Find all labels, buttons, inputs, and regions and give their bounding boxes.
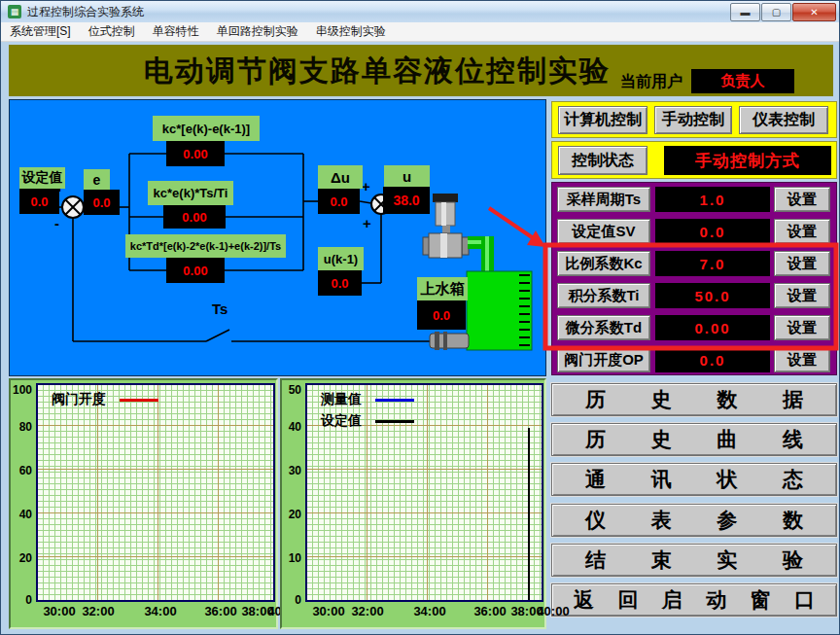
u-k1-label: u(k-1) xyxy=(318,247,364,270)
close-icon[interactable]: ✕ xyxy=(792,3,836,21)
plus-sign: + xyxy=(363,215,371,231)
param-label-kc: 比例系数Kc xyxy=(557,251,650,276)
menu-onoff-control[interactable]: 位式控制 xyxy=(80,21,144,42)
history-curve-button[interactable]: 历史曲线 xyxy=(551,423,837,456)
x-axis-left-chart: 30:00 32:00 34:00 36:00 38:00 40:00 xyxy=(36,604,275,623)
menu-cascade[interactable]: 串级控制实验 xyxy=(307,21,395,42)
instrument-control-button[interactable]: 仪表控制 xyxy=(739,106,828,134)
set-button-td[interactable]: 设置 xyxy=(774,315,830,340)
level-trend-chart: 测量值 设定值 50 40 30 20 10 0 30:00 32:00 34:… xyxy=(280,378,546,629)
history-data-button[interactable]: 历史数据 xyxy=(551,383,837,416)
param-value-kc: 7.0 xyxy=(655,251,770,276)
control-block-diagram: + - + + 设定值 0.0 e 0.0 kc*[e(k)-e(k-1)] 0… xyxy=(9,99,546,376)
header-banner: 电动调节阀支路单容液位控制实验 当前用户 负责人 xyxy=(9,45,833,96)
tank-scale-icon xyxy=(519,274,530,347)
return-start-window-button[interactable]: 返回启动窗口 xyxy=(551,583,837,617)
legend-line-red xyxy=(120,399,158,402)
upper-tank-value: 0.0 xyxy=(417,300,466,330)
y-axis-left-chart: 100 80 60 40 20 0 xyxy=(11,383,34,602)
app-window: ▦ 过程控制综合实验系统 ▬ ▢ ✕ 系统管理[S] 位式控制 单容特性 单回路… xyxy=(0,0,840,635)
control-mode-panel: 计算机控制 手动控制 仪表控制 xyxy=(551,101,837,138)
menubar: 系统管理[S] 位式控制 单容特性 单回路控制实验 串级控制实验 xyxy=(1,22,840,42)
legend-set-value: 设定值 xyxy=(321,412,362,430)
control-status-panel: 控制状态 手动控制方式 xyxy=(551,141,837,179)
control-status-button[interactable]: 控制状态 xyxy=(558,146,648,175)
current-user-value: 负责人 xyxy=(691,69,794,93)
set-button-ti[interactable]: 设置 xyxy=(774,283,830,308)
legend-line-black xyxy=(375,420,414,423)
param-label-ti: 积分系数Ti xyxy=(557,283,650,308)
parameter-panel: 采样周期Ts 1.0 设置 设定值SV 0.0 设置 比例系数Kc 7.0 设置… xyxy=(551,182,837,375)
instrument-params-button[interactable]: 仪表参数 xyxy=(551,504,837,537)
control-status-value: 手动控制方式 xyxy=(664,146,831,175)
setpoint-value: 0.0 xyxy=(19,189,59,214)
set-button-kc[interactable]: 设置 xyxy=(774,251,830,276)
u-value: 38.0 xyxy=(383,187,430,214)
u-label: u xyxy=(384,165,430,187)
legend-valve-opening: 阀门开度 xyxy=(52,391,106,408)
sample-switch-label: Ts xyxy=(212,300,228,317)
param-value-ti: 50.0 xyxy=(655,283,770,308)
pid-block-label: kc*Td*[e(k)-2*e(k-1)+e(k-2)]/Ts xyxy=(125,234,286,258)
nav-panel: 历史数据 历史曲线 通讯状态 仪表参数 结束实验 返回启动窗口 xyxy=(551,383,837,617)
plus-sign: + xyxy=(362,178,370,194)
summing-junction-1 xyxy=(62,196,84,218)
valve-icon xyxy=(423,194,469,258)
valve-opening-chart: 阀门开度 100 80 60 40 20 0 30:00 32:00 34:00… xyxy=(9,378,278,629)
current-user-label: 当前用户 xyxy=(620,72,682,92)
legend-measured-value: 测量值 xyxy=(321,391,362,408)
delta-u-value: 0.0 xyxy=(318,189,360,214)
param-label-td: 微分系数Td xyxy=(557,315,650,340)
minus-sign: - xyxy=(54,215,59,231)
pid-block-value: 0.00 xyxy=(166,141,225,166)
setpoint-trace xyxy=(528,428,530,600)
set-button-ts[interactable]: 设置 xyxy=(774,187,830,212)
valve-opening-plot: 阀门开度 xyxy=(36,383,275,602)
error-value: 0.0 xyxy=(84,190,120,215)
maximize-icon[interactable]: ▢ xyxy=(761,3,791,21)
setpoint-label: 设定值 xyxy=(19,167,65,189)
x-axis-right-chart: 30:00 32:00 34:00 36:00 38:00 40:00 xyxy=(305,604,543,623)
computer-control-button[interactable]: 计算机控制 xyxy=(558,106,648,134)
sensor-icon xyxy=(430,332,469,350)
param-label-sv: 设定值SV xyxy=(557,219,650,244)
param-label-op: 阀门开度OP xyxy=(557,347,650,372)
u-k1-value: 0.0 xyxy=(318,270,362,296)
delta-u-label: Δu xyxy=(318,165,363,189)
level-trend-plot: 测量值 设定值 xyxy=(305,383,543,602)
window-title: 过程控制综合实验系统 xyxy=(27,4,144,20)
y-axis-right-chart: 50 40 30 20 10 0 xyxy=(282,383,303,602)
menu-single-loop[interactable]: 单回路控制实验 xyxy=(208,21,307,42)
minimize-icon[interactable]: ▬ xyxy=(730,3,760,21)
param-value-op: 0.0 xyxy=(655,347,770,372)
end-experiment-button[interactable]: 结束实验 xyxy=(551,544,837,577)
titlebar: ▦ 过程控制综合实验系统 ▬ ▢ ✕ xyxy=(1,1,840,23)
pid-block-label: kc*[e(k)-e(k-1)] xyxy=(153,116,260,141)
param-value-ts: 1.0 xyxy=(655,187,770,212)
upper-tank-label: 上水箱 xyxy=(417,277,468,300)
pid-block-value: 0.00 xyxy=(166,258,225,283)
app-icon: ▦ xyxy=(8,5,21,18)
set-button-sv[interactable]: 设置 xyxy=(774,219,830,244)
manual-control-button[interactable]: 手动控制 xyxy=(654,106,732,134)
error-label: e xyxy=(84,169,110,190)
param-label-ts: 采样周期Ts xyxy=(557,187,650,212)
param-value-sv: 0.0 xyxy=(655,219,770,244)
menu-system[interactable]: 系统管理[S] xyxy=(1,21,80,42)
pid-block-value: 0.00 xyxy=(163,205,226,229)
param-value-td: 0.00 xyxy=(655,315,770,340)
menu-single-capacity[interactable]: 单容特性 xyxy=(144,21,208,42)
communication-status-button[interactable]: 通讯状态 xyxy=(551,463,837,496)
set-button-op[interactable]: 设置 xyxy=(774,347,830,372)
legend-line-blue xyxy=(375,399,414,402)
pid-block-label: kc*e(k)*Ts/Ti xyxy=(148,181,233,205)
